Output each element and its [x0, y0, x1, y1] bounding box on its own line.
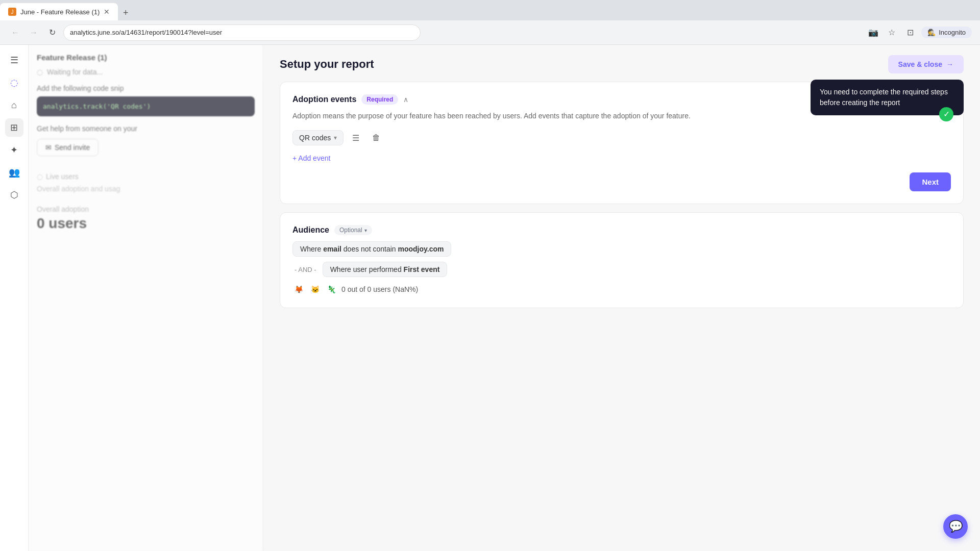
waiting-label: Waiting for data... [47, 68, 103, 76]
send-invite-btn[interactable]: ✉ Send invite [37, 139, 99, 156]
filter-row-2: - AND - Where user performed First event [292, 262, 951, 277]
optional-chevron-icon: ▾ [364, 228, 367, 233]
required-badge: Required [361, 94, 398, 105]
sidebar-sparkle-icon[interactable]: ✦ [5, 141, 23, 159]
save-close-button[interactable]: Save & close → [888, 55, 964, 73]
collapse-icon[interactable]: ∧ [403, 95, 408, 104]
event-tag-chevron-icon: ▾ [334, 134, 337, 141]
and-label: - AND - [292, 266, 318, 273]
trash-icon: 🗑 [372, 133, 380, 142]
audience-title: Audience [292, 226, 329, 235]
sidebar-toggle-icon[interactable]: ⊡ [903, 26, 917, 40]
right-panel: Setup your report Save & close → You nee… [263, 45, 980, 551]
incognito-icon: 🕵️ [927, 29, 936, 36]
avatar-1: 🦊 [292, 283, 305, 295]
filter-chip-1[interactable]: Where email does not contain moodjoy.com [292, 241, 451, 257]
arrow-right-icon: → [946, 60, 953, 68]
page-title: Setup your report [280, 58, 374, 71]
optional-badge[interactable]: Optional ▾ [334, 225, 372, 235]
mail-icon: ✉ [45, 143, 52, 152]
tab-label: June - Feature Release (1) [20, 8, 100, 16]
sidebar-home-icon[interactable]: ⌂ [5, 96, 23, 114]
send-invite-label: Send invite [55, 143, 90, 152]
sidebar-users-icon[interactable]: 👥 [5, 163, 23, 182]
add-event-btn[interactable]: + Add event [292, 152, 951, 164]
sidebar-dashboard-icon[interactable]: ⊞ [5, 118, 23, 137]
add-snippet-label: Add the following code snip [37, 84, 255, 92]
users-stat-text: 0 out of 0 users (NaN%) [341, 285, 418, 293]
url-text: analytics.june.so/a/14631/report/190014?… [70, 29, 222, 36]
sidebar-menu-icon[interactable]: ☰ [5, 51, 23, 69]
sidebar-loading-icon: ◌ [5, 73, 23, 92]
sidebar-groups-icon[interactable]: ⬡ [5, 186, 23, 204]
code-block: analytics.track('QR codes') [37, 96, 255, 116]
avatar-3: 🦎 [325, 283, 337, 295]
delete-icon-btn[interactable]: 🗑 [368, 130, 384, 146]
code-text: analytics.track('QR codes') [43, 103, 151, 110]
incognito-label: Incognito [939, 29, 966, 36]
new-tab-btn[interactable]: + [118, 5, 133, 20]
left-panel: Feature Release (1) ◌ Waiting for data..… [29, 45, 263, 551]
audience-header: Audience Optional ▾ [292, 225, 951, 235]
live-users-label: Live users [46, 172, 79, 181]
tab-favicon: J [8, 8, 16, 16]
avatar-2: 🐱 [309, 283, 321, 295]
save-close-container: Save & close → You need to complete the … [888, 55, 964, 73]
waiting-data-row: ◌ Waiting for data... [37, 68, 255, 76]
star-icon[interactable]: ☆ [885, 26, 899, 40]
refresh-btn[interactable]: ↻ [45, 26, 59, 40]
forward-btn: → [27, 26, 41, 40]
back-btn: ← [8, 26, 22, 40]
get-help-label: Get help from someone on your [37, 124, 255, 133]
users-row: 🦊 🐱 🦎 0 out of 0 users (NaN%) [292, 283, 951, 295]
left-sidebar: ☰ ◌ ⌂ ⊞ ✦ 👥 ⬡ [0, 45, 29, 551]
overall-adoption-title: Overall adoption [37, 205, 255, 213]
next-btn-row: Next [292, 172, 951, 191]
live-users-row: ◌ Live users [37, 172, 255, 181]
feature-release-title: Feature Release (1) [37, 53, 255, 62]
filter-row-1: Where email does not contain moodjoy.com [292, 241, 951, 257]
chat-icon: 💬 [949, 520, 963, 533]
filter-icon-btn[interactable]: ☰ [348, 130, 364, 146]
optional-label: Optional [339, 227, 362, 234]
next-button[interactable]: Next [910, 172, 951, 191]
users-count-stat: 0 out of 0 users (NaN%) [341, 285, 418, 293]
tooltip-text: You need to complete the required steps … [820, 88, 948, 107]
incognito-badge: 🕵️ Incognito [921, 27, 972, 38]
filter-icon: ☰ [352, 133, 359, 143]
adoption-events-title: Adoption events [292, 95, 356, 104]
address-bar[interactable]: analytics.june.so/a/14631/report/190014?… [63, 24, 421, 41]
tab-close-btn[interactable]: ✕ [104, 8, 110, 16]
event-row: QR codes ▾ ☰ 🗑 [292, 130, 951, 146]
audience-card: Audience Optional ▾ Where email does not… [280, 212, 964, 308]
event-name: QR codes [299, 134, 331, 142]
report-header: Setup your report Save & close → You nee… [263, 45, 980, 82]
active-tab[interactable]: J June - Feature Release (1) ✕ [0, 3, 118, 20]
loading-spinner-icon: ◌ [37, 68, 43, 76]
add-event-label: + Add event [292, 154, 330, 162]
users-count: 0 users [37, 215, 255, 232]
save-close-label: Save & close [898, 60, 942, 68]
tooltip-box: You need to complete the required steps … [811, 80, 964, 115]
event-tag-qr-codes[interactable]: QR codes ▾ [292, 130, 344, 145]
chat-bubble-btn[interactable]: 💬 [943, 514, 968, 539]
filter-chip-2[interactable]: Where user performed First event [323, 262, 448, 277]
overall-adoption-usag: Overall adoption and usag [37, 185, 255, 193]
camera-icon: 📷 [866, 26, 880, 40]
live-users-icon: ◌ [37, 172, 43, 181]
tooltip-check-icon: ✓ [939, 107, 953, 121]
next-label: Next [922, 178, 939, 186]
report-content: Adoption events Required ∧ Adoption mean… [263, 82, 980, 324]
